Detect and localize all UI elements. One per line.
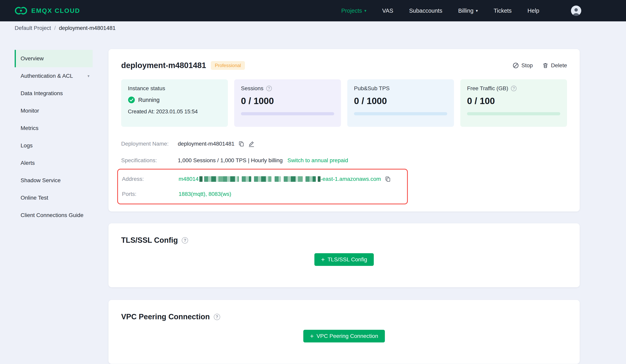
- nav-help[interactable]: Help: [527, 7, 539, 14]
- address-redacted: [254, 176, 272, 182]
- nav-vas-label: VAS: [382, 7, 393, 14]
- address-prefix: m48014: [179, 176, 198, 182]
- deployment-title: deployment-m4801481: [121, 61, 206, 70]
- nav-tickets-label: Tickets: [494, 7, 512, 14]
- main-panel: deployment-m4801481 Professional Stop: [109, 35, 580, 364]
- edit-deployment-name-button[interactable]: [248, 141, 255, 147]
- status-running-label: Running: [138, 97, 159, 103]
- switch-annual-prepaid-link[interactable]: Switch to annual prepaid: [287, 157, 348, 164]
- deployment-header: deployment-m4801481 Professional Stop: [121, 61, 567, 70]
- brand-logo[interactable]: EMQX CLOUD: [15, 6, 80, 15]
- check-circle-icon: [128, 96, 135, 104]
- delete-icon: [542, 62, 548, 69]
- stat-label: Instance status: [128, 85, 221, 92]
- address-redacted: [284, 176, 303, 182]
- address-redacted: [306, 176, 316, 182]
- stop-button-label: Stop: [521, 62, 533, 69]
- stat-free-traffic: Free Traffic (GB) ? 0 / 100: [460, 79, 567, 127]
- breadcrumb-current: deployment-m4801481: [59, 25, 116, 31]
- nav-subaccounts-label: Subaccounts: [409, 7, 442, 14]
- sidebar-item-online-test[interactable]: Online Test: [15, 189, 93, 207]
- help-icon[interactable]: ?: [214, 314, 220, 320]
- add-vpc-peering-connection-button[interactable]: + VPC Peering Connection: [303, 330, 385, 342]
- sidebar-item-client-connections-guide[interactable]: Client Connections Guide: [15, 207, 93, 224]
- tls-ssl-config-card: TLS/SSL Config ? + TLS/SSL Config: [109, 223, 580, 287]
- deployment-name-value: deployment-m4801481: [178, 141, 235, 147]
- sidebar-item-overview[interactable]: Overview: [15, 50, 93, 67]
- stat-value: 0 / 1000: [354, 96, 447, 106]
- address-redacted: [242, 176, 251, 182]
- stat-sessions: Sessions ? 0 / 1000: [234, 79, 341, 127]
- nav-help-label: Help: [527, 7, 539, 14]
- stop-button[interactable]: Stop: [512, 62, 533, 69]
- sidebar-item-authentication-acl[interactable]: Authentication & ACL ▾: [15, 67, 93, 85]
- breadcrumb-separator: /: [54, 25, 56, 31]
- deployment-details: Deployment Name: deployment-m4801481: [121, 136, 567, 204]
- sidebar-item-shadow-service[interactable]: Shadow Service: [15, 172, 93, 189]
- address-label: Address:: [122, 176, 179, 182]
- add-tls-ssl-config-label: TLS/SSL Config: [327, 256, 367, 263]
- vpc-section-title: VPC Peering Connection: [121, 313, 210, 321]
- sidebar-item-metrics[interactable]: Metrics: [15, 119, 93, 137]
- stat-label: Pub&Sub TPS: [354, 85, 390, 92]
- nav-billing[interactable]: Billing ▾: [458, 7, 478, 14]
- breadcrumb: Default Project / deployment-m4801481: [0, 21, 626, 35]
- created-at: Created At: 2023.01.05 15:54: [128, 109, 221, 115]
- plus-icon: +: [310, 333, 314, 339]
- tps-progress-bar: [354, 112, 447, 115]
- copy-icon: [385, 176, 391, 182]
- copy-icon: [238, 141, 244, 147]
- stop-icon: [512, 62, 519, 69]
- add-tls-ssl-config-button[interactable]: + TLS/SSL Config: [314, 253, 374, 266]
- vpc-peering-connection-card: VPC Peering Connection ? + VPC Peering C…: [109, 300, 580, 364]
- stat-cards: Instance status Running Created At: 2023…: [121, 79, 567, 127]
- nav-projects[interactable]: Projects ▾: [341, 7, 366, 14]
- sidebar-item-label: Data Integrations: [21, 90, 63, 97]
- stat-value: 0 / 1000: [241, 96, 334, 106]
- delete-button-label: Delete: [551, 62, 567, 69]
- ports-value: 1883(mqtt), 8083(ws): [179, 191, 231, 197]
- nav-tickets[interactable]: Tickets: [494, 7, 512, 14]
- chevron-down-icon: ▾: [364, 9, 366, 13]
- specifications-label: Specifications:: [121, 157, 178, 164]
- specifications-value: 1,000 Sessions / 1,000 TPS | Hourly bill…: [178, 157, 283, 164]
- plus-icon: +: [321, 256, 325, 263]
- tls-section-title: TLS/SSL Config: [121, 236, 178, 245]
- sidebar: Overview Authentication & ACL ▾ Data Int…: [15, 50, 93, 224]
- nav-vas[interactable]: VAS: [382, 7, 393, 14]
- help-icon[interactable]: ?: [511, 86, 516, 91]
- sidebar-item-label: Overview: [21, 55, 44, 62]
- stat-label: Sessions: [241, 85, 264, 92]
- traffic-progress-bar: [467, 112, 560, 115]
- address-suffix: -east-1.amazonaws.com: [320, 176, 381, 182]
- deployment-overview-card: deployment-m4801481 Professional Stop: [109, 49, 580, 212]
- address-redacted: [318, 176, 320, 182]
- user-avatar[interactable]: [571, 5, 581, 16]
- sidebar-item-logs[interactable]: Logs: [15, 137, 93, 154]
- sidebar-item-monitor[interactable]: Monitor: [15, 102, 93, 119]
- address-redacted: [274, 176, 281, 182]
- help-icon[interactable]: ?: [182, 237, 188, 244]
- deployment-name-label: Deployment Name:: [121, 141, 178, 147]
- stat-pubsub-tps: Pub&Sub TPS 0 / 1000: [347, 79, 454, 127]
- sidebar-item-data-integrations[interactable]: Data Integrations: [15, 85, 93, 102]
- copy-address-button[interactable]: [385, 176, 391, 182]
- help-icon[interactable]: ?: [266, 86, 272, 91]
- ports-label: Ports:: [122, 191, 179, 197]
- sidebar-item-label: Logs: [21, 143, 33, 149]
- sidebar-item-label: Client Connections Guide: [21, 212, 83, 218]
- delete-button[interactable]: Delete: [542, 62, 567, 69]
- sidebar-item-alerts[interactable]: Alerts: [15, 154, 93, 172]
- copy-deployment-name-button[interactable]: [238, 141, 244, 147]
- top-navigation: EMQX CLOUD Projects ▾ VAS Subaccounts Bi…: [0, 0, 626, 21]
- page: EMQX CLOUD Projects ▾ VAS Subaccounts Bi…: [0, 0, 626, 364]
- nav-subaccounts[interactable]: Subaccounts: [409, 7, 442, 14]
- emqx-logo-icon: [15, 6, 27, 15]
- sidebar-item-label: Shadow Service: [21, 177, 61, 183]
- address-redacted: [199, 176, 202, 182]
- sidebar-item-label: Authentication & ACL: [21, 73, 73, 79]
- breadcrumb-project[interactable]: Default Project: [15, 25, 51, 31]
- chevron-down-icon: ▾: [87, 73, 89, 78]
- edit-pencil-icon: [248, 141, 255, 147]
- add-vpc-peering-connection-label: VPC Peering Connection: [316, 333, 378, 339]
